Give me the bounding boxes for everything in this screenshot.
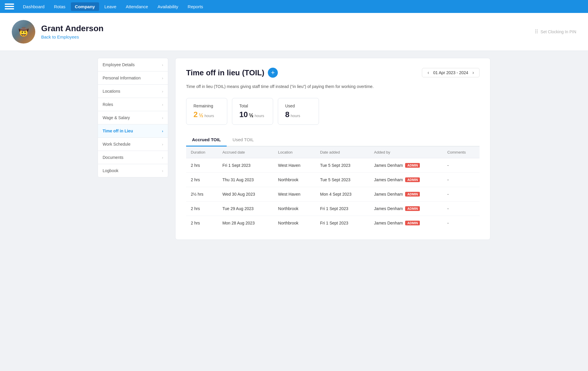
- sidebar-label: Personal Information: [103, 76, 141, 80]
- main-layout: Employee Details › Personal Information …: [88, 51, 500, 247]
- cell-added-by: James Denham ADMIN: [369, 202, 442, 216]
- tab-accrued-toil[interactable]: Accrued TOIL: [186, 134, 227, 147]
- stat-total-fraction: ½: [249, 112, 253, 119]
- date-range-label: 01 Apr 2023 - 2024: [433, 70, 468, 75]
- cell-duration: 2 hrs: [186, 158, 218, 173]
- svg-rect-2: [5, 8, 14, 9]
- date-prev-button[interactable]: ‹: [426, 70, 430, 75]
- chevron-icon: ›: [162, 102, 163, 107]
- cell-added-by: James Denham ADMIN: [369, 158, 442, 173]
- sidebar-item-work-schedule[interactable]: Work Schedule ›: [98, 137, 168, 151]
- added-by-name: James Denham: [374, 221, 403, 225]
- sidebar-item-roles[interactable]: Roles ›: [98, 98, 168, 111]
- cell-duration: 2 hrs: [186, 216, 218, 230]
- added-by-name: James Denham: [374, 177, 403, 182]
- cell-date-added: Fri 1 Sept 2023: [315, 216, 370, 230]
- nav-rotas[interactable]: Rotas: [50, 2, 69, 11]
- stat-total-label: Total: [239, 104, 266, 108]
- added-by-name: James Denham: [374, 163, 403, 168]
- cell-location: Northbrook: [273, 173, 315, 187]
- logo: [5, 3, 14, 10]
- cell-location: Northbrook: [273, 216, 315, 230]
- stat-remaining-fraction: ½: [199, 112, 203, 119]
- toil-header: Time off in lieu (TOIL) + ‹ 01 Apr 2023 …: [186, 68, 480, 78]
- toil-description: Time off in lieu (TOIL) means giving sta…: [186, 84, 480, 90]
- table-row: 2 hrs Tue 29 Aug 2023 Northbrook Fri 1 S…: [186, 202, 480, 216]
- admin-badge: ADMIN: [405, 221, 420, 225]
- back-to-employees-link[interactable]: Back to Employees: [41, 34, 79, 39]
- nav-leave[interactable]: Leave: [100, 2, 121, 11]
- avatar: 🤠: [12, 20, 35, 44]
- stat-used-label: Used: [285, 104, 312, 108]
- chevron-icon: ›: [162, 129, 163, 133]
- cell-location: West Haven: [273, 187, 315, 202]
- table-row: 2½ hrs Wed 30 Aug 2023 West Haven Mon 4 …: [186, 187, 480, 202]
- cell-comments: -: [442, 216, 480, 230]
- cell-added-by: James Denham ADMIN: [369, 216, 442, 230]
- nav-company[interactable]: Company: [71, 2, 99, 11]
- sidebar-label: Documents: [103, 155, 123, 160]
- table-row: 2 hrs Fri 1 Sept 2023 West Haven Tue 5 S…: [186, 158, 480, 173]
- sidebar-item-locations[interactable]: Locations ›: [98, 84, 168, 98]
- sidebar-item-documents[interactable]: Documents ›: [98, 151, 168, 164]
- cell-accrued-date: Thu 31 Aug 2023: [218, 173, 273, 187]
- added-by-name: James Denham: [374, 206, 403, 211]
- sidebar-item-personal-information[interactable]: Personal Information ›: [98, 71, 168, 84]
- stat-total: Total 10 ½ hours: [232, 98, 273, 125]
- cell-date-added: Fri 1 Sept 2023: [315, 202, 370, 216]
- sidebar-label: Work Schedule: [103, 142, 131, 147]
- nav-availability[interactable]: Availability: [153, 2, 183, 11]
- chevron-icon: ›: [162, 76, 163, 80]
- cell-date-added: Tue 5 Sept 2023: [315, 173, 370, 187]
- add-toil-button[interactable]: +: [268, 68, 278, 78]
- nav-attendance[interactable]: Attendance: [122, 2, 152, 11]
- added-by-name: James Denham: [374, 192, 403, 197]
- sidebar-item-logbook[interactable]: Logbook ›: [98, 164, 168, 177]
- cell-comments: -: [442, 173, 480, 187]
- cell-comments: -: [442, 158, 480, 173]
- nav-dashboard[interactable]: Dashboard: [19, 2, 49, 11]
- cell-accrued-date: Mon 28 Aug 2023: [218, 216, 273, 230]
- sidebar-label: Employee Details: [103, 62, 135, 67]
- pin-section[interactable]: ⠿ Set Clocking In PIN: [534, 29, 576, 35]
- chevron-icon: ›: [162, 116, 163, 120]
- svg-rect-1: [5, 6, 14, 7]
- sidebar-label: Logbook: [103, 168, 118, 173]
- sidebar-label: Locations: [103, 89, 120, 94]
- stat-remaining-unit: hours: [204, 114, 214, 118]
- sidebar-item-wage-salary[interactable]: Wage & Salary ›: [98, 111, 168, 124]
- col-comments: Comments: [442, 147, 480, 158]
- cell-date-added: Tue 5 Sept 2023: [315, 158, 370, 173]
- stat-total-unit: hours: [255, 114, 264, 118]
- tab-used-toil[interactable]: Used TOIL: [227, 134, 260, 147]
- sidebar: Employee Details › Personal Information …: [98, 58, 168, 240]
- stat-remaining-number: 2: [193, 110, 198, 119]
- chevron-icon: ›: [162, 63, 163, 67]
- stat-total-value: 10 ½ hours: [239, 110, 266, 119]
- col-location: Location: [273, 147, 315, 158]
- pin-grid-icon: ⠿: [534, 29, 538, 35]
- stat-remaining-label: Remaining: [193, 104, 220, 108]
- admin-badge: ADMIN: [405, 192, 420, 197]
- sidebar-item-employee-details[interactable]: Employee Details ›: [98, 58, 168, 71]
- sidebar-label: Roles: [103, 102, 113, 107]
- nav-reports[interactable]: Reports: [183, 2, 207, 11]
- cell-accrued-date: Wed 30 Aug 2023: [218, 187, 273, 202]
- admin-badge: ADMIN: [405, 177, 420, 182]
- avatar-image: 🤠: [12, 20, 35, 44]
- date-navigator: ‹ 01 Apr 2023 - 2024 ›: [422, 68, 480, 77]
- chevron-icon: ›: [162, 155, 163, 160]
- svg-rect-0: [5, 4, 14, 5]
- sidebar-item-time-off-in-lieu[interactable]: Time off in Lieu ›: [98, 124, 168, 137]
- col-added-by: Added by: [369, 147, 442, 158]
- col-date-added: Date added: [315, 147, 370, 158]
- cell-duration: 2 hrs: [186, 173, 218, 187]
- main-content: Time off in lieu (TOIL) + ‹ 01 Apr 2023 …: [175, 58, 490, 240]
- pin-label: Set Clocking In PIN: [541, 29, 576, 34]
- date-next-button[interactable]: ›: [471, 70, 475, 75]
- stat-used-unit: hours: [290, 114, 300, 118]
- profile-info: Grant Anderson Back to Employees: [41, 24, 529, 40]
- profile-header: 🤠 Grant Anderson Back to Employees ⠿ Set…: [0, 13, 588, 51]
- stat-used: Used 8 hours: [278, 98, 319, 125]
- cell-accrued-date: Tue 29 Aug 2023: [218, 202, 273, 216]
